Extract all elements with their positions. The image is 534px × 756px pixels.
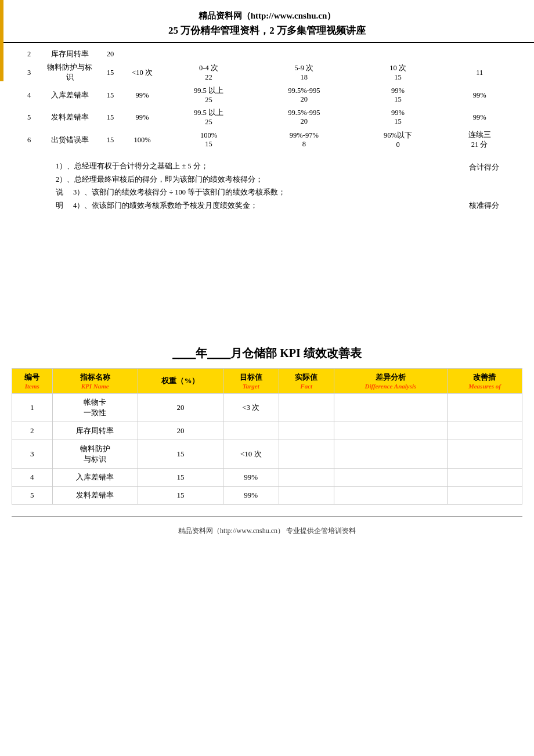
row-weight: 15	[99, 106, 122, 128]
kpi-cell-target	[223, 422, 279, 440]
kpi-cell-target: 99%	[223, 487, 279, 505]
kpi-row-3: 3 物料防护与标识 15 <10 次	[12, 440, 522, 469]
th-diff-en: Difference Analysis	[337, 383, 445, 390]
th-fact-en: Fact	[282, 383, 331, 390]
row-num: 6	[17, 128, 41, 152]
row-target: 99%	[122, 84, 163, 106]
row-col2: 99.5%-99520	[255, 84, 353, 106]
row-col4: 11	[442, 61, 517, 84]
th-weight-cn: 权重（%）	[140, 376, 221, 386]
row-target	[122, 48, 163, 61]
row-num: 5	[17, 106, 41, 128]
approved-score-label: 核准得分	[469, 199, 499, 213]
row-col4: 99%	[442, 84, 517, 106]
kpi-cell-analysis	[334, 487, 448, 505]
instruction-item-2: 2）、总经理最终审核后的得分，即为该部门的绩效考核得分；	[56, 173, 447, 186]
th-weight: 权重（%）	[138, 369, 223, 394]
row-target: <10 次	[122, 61, 163, 84]
row-col2: 99.5%-99520	[255, 106, 353, 128]
row-col3: 99%15	[353, 84, 443, 106]
kpi-row-5: 5 发料差错率 15 99%	[12, 487, 522, 505]
instruction-item-1: 1）、总经理有权于合计得分之基础上 ± 5 分；	[56, 160, 447, 173]
instruction-item-4: 4）、依该部门的绩效考核系数给予核发月度绩效奖金；	[73, 199, 258, 213]
kpi-cell-fact	[279, 469, 334, 487]
row-name: 物料防护与标识	[41, 61, 99, 84]
kpi-cell-weight: 15	[138, 469, 223, 487]
th-diff-analysis: 差异分析 Difference Analysis	[334, 369, 448, 394]
row-col1: 99.5 以上25	[163, 84, 255, 106]
row-col2	[255, 48, 353, 61]
kpi-cell-weight: 20	[138, 394, 223, 422]
kpi-cell-measures	[447, 440, 522, 469]
kpi-cell-name: 库存周转率	[52, 422, 138, 440]
row-col1: 0-4 次22	[163, 61, 255, 84]
th-items: 编号 Items	[12, 369, 53, 394]
table-row: 2 库存周转率 20	[17, 48, 517, 61]
th-items-en: Items	[15, 383, 50, 390]
row-col4: 99%	[442, 106, 517, 128]
kpi-cell-fact	[279, 487, 334, 505]
kpi-table-title: ____年____月仓储部 KPI 绩效改善表	[12, 345, 522, 361]
table-row: 5 发料差错率 15 99% 99.5 以上25 99.5%-99520 99%…	[17, 106, 517, 128]
kpi-cell-analysis	[334, 422, 448, 440]
kpi-row-2: 2 库存周转率 20	[12, 422, 522, 440]
kpi-row-1: 1 帐物卡一致性 20 <3 次	[12, 394, 522, 422]
row-num: 3	[17, 61, 41, 84]
kpi-cell-weight: 20	[138, 422, 223, 440]
th-target: 目标值 Target	[223, 369, 279, 394]
th-target-cn: 目标值	[226, 372, 276, 383]
kpi-improvement-table: 编号 Items 指标名称 KPI Name 权重（%） 目标值 Target	[12, 368, 522, 505]
row-weight: 15	[99, 84, 122, 106]
row-name: 入库差错率	[41, 84, 99, 106]
instructions-right: 合计得分 核准得分	[447, 160, 499, 212]
page: 精品资料网（http://www.cnshu.cn） 25 万份精华管理资料，2…	[0, 0, 534, 541]
th-fact-cn: 实际值	[282, 372, 331, 383]
kpi-cell-analysis	[334, 394, 448, 422]
row-col1: 100%15	[163, 128, 255, 152]
inst-say-label: 说	[56, 186, 71, 199]
th-measures-en: Measures of	[450, 383, 519, 390]
row-col1	[163, 48, 255, 61]
kpi-cell-weight: 15	[138, 487, 223, 505]
th-target-en: Target	[226, 383, 276, 390]
th-kpi-name: 指标名称 KPI Name	[52, 369, 138, 394]
year-blank: ____	[172, 347, 196, 359]
kpi-cell-measures	[447, 487, 522, 505]
th-kpi-name-en: KPI Name	[55, 383, 135, 390]
left-accent-bar	[0, 0, 3, 81]
row-name: 库存周转率	[41, 48, 99, 61]
th-diff-cn: 差异分析	[337, 372, 445, 383]
row-weight: 15	[99, 128, 122, 152]
kpi-cell-target: <10 次	[223, 440, 279, 469]
header-title1: 精品资料网（http://www.cnshu.cn）	[12, 10, 522, 21]
instructions-content: 1）、总经理有权于合计得分之基础上 ± 5 分； 2）、总经理最终审核后的得分，…	[56, 160, 447, 212]
kpi-cell-weight: 15	[138, 440, 223, 469]
kpi-cell-target: <3 次	[223, 394, 279, 422]
kpi-cell-fact	[279, 440, 334, 469]
kpi-cell-target: 99%	[223, 469, 279, 487]
kpi-table-header-row: 编号 Items 指标名称 KPI Name 权重（%） 目标值 Target	[12, 369, 522, 394]
kpi-cell-measures	[447, 422, 522, 440]
kpi-cell-measures	[447, 469, 522, 487]
month-blank: ____	[207, 347, 230, 359]
th-measures-cn: 改善措	[450, 372, 519, 383]
inst-ming-label: 明	[56, 199, 71, 213]
table-row: 6 出货错误率 15 100% 100%15 99%-97%8 96%以下0 连…	[17, 128, 517, 152]
kpi-cell-name: 入库差错率	[52, 469, 138, 487]
instructions-label	[35, 160, 56, 161]
row-col1: 99.5 以上25	[163, 106, 255, 128]
kpi-section: ____年____月仓储部 KPI 绩效改善表 编号 Items 指标名称 KP…	[0, 345, 534, 516]
row-target: 100%	[122, 128, 163, 152]
row-col2: 99%-97%8	[255, 128, 353, 152]
th-fact: 实际值 Fact	[279, 369, 334, 394]
kpi-cell-measures	[447, 394, 522, 422]
row-col3: 96%以下0	[353, 128, 443, 152]
row-name: 发料差错率	[41, 106, 99, 128]
row-col2: 5-9 次18	[255, 61, 353, 84]
row-col4: 连续三21 分	[442, 128, 517, 152]
row-weight: 20	[99, 48, 122, 61]
row-col3: 10 次15	[353, 61, 443, 84]
header-section: 精品资料网（http://www.cnshu.cn） 25 万份精华管理资料，2…	[0, 0, 534, 43]
kpi-cell-fact	[279, 394, 334, 422]
top-table-area: 2 库存周转率 20 3 物料防护与标识 15 <10 次 0-4 次22	[0, 45, 534, 157]
